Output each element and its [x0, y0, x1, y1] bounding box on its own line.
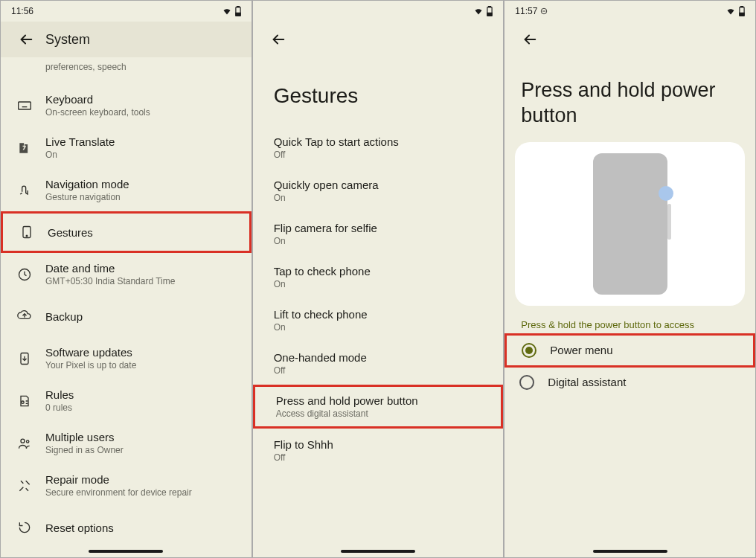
battery-icon — [487, 6, 493, 16]
item-title: Flip to Shhh — [274, 438, 483, 451]
item-title: Reset options — [45, 522, 240, 534]
item-title: Software updates — [45, 346, 240, 359]
translate-icon — [16, 139, 33, 157]
gesture-open-camera[interactable]: Quickly open cameraOn — [253, 169, 504, 212]
panel-system: 11:56 System preferences, speech Keyboar… — [0, 0, 252, 558]
item-title: Rules — [45, 388, 240, 401]
item-title: Multiple users — [45, 431, 240, 443]
dnd-icon — [540, 7, 548, 15]
back-arrow-icon — [18, 31, 34, 48]
svg-point-11 — [26, 235, 28, 237]
item-software-updates[interactable]: Software updatesYour Pixel is up to date — [1, 337, 252, 379]
gesture-flip-shhh[interactable]: Flip to ShhhOff — [253, 429, 504, 472]
gesture-press-hold-power[interactable]: Press and hold power buttonAccess digita… — [253, 385, 504, 429]
item-subtitle: Off — [274, 150, 483, 160]
back-arrow-icon — [270, 31, 286, 48]
gesture-nav-bar[interactable] — [341, 550, 415, 553]
item-keyboard[interactable]: KeyboardOn-screen keyboard, tools — [1, 84, 252, 126]
page-title: Press and hold power button — [504, 57, 755, 142]
svg-point-16 — [27, 440, 29, 442]
item-title: Repair mode — [45, 473, 240, 486]
item-title: Tap to check phone — [274, 265, 483, 278]
item-backup[interactable]: Backup — [1, 295, 252, 337]
gesture-flip-camera[interactable]: Flip camera for selfieOn — [253, 212, 504, 255]
page-title: Gestures — [253, 57, 504, 126]
svg-point-14 — [22, 401, 24, 403]
gesture-nav-bar[interactable] — [593, 550, 667, 553]
item-title: Quickly open camera — [274, 179, 483, 191]
item-subtitle: On — [274, 236, 483, 246]
item-title: Lift to check phone — [274, 308, 483, 321]
item-subtitle: On — [274, 279, 483, 289]
back-button[interactable] — [516, 26, 543, 53]
update-icon — [16, 350, 33, 368]
item-title: Flip camera for selfie — [274, 222, 483, 234]
status-icons — [725, 6, 745, 16]
svg-point-15 — [21, 439, 25, 443]
item-navigation-mode[interactable]: Navigation modeGesture navigation — [1, 169, 252, 211]
back-button[interactable] — [265, 26, 292, 53]
item-title: One-handed mode — [274, 351, 483, 364]
settings-list[interactable]: preferences, speech KeyboardOn-screen ke… — [1, 57, 252, 557]
users-icon — [16, 434, 33, 452]
status-time: 11:56 — [11, 6, 33, 16]
gesture-one-handed[interactable]: One-handed modeOff — [253, 341, 504, 385]
item-subtitle: Off — [274, 365, 483, 376]
item-title: Backup — [45, 310, 240, 323]
svg-rect-24 — [740, 6, 743, 7]
svg-rect-1 — [237, 6, 239, 7]
gesture-nav-bar[interactable] — [89, 550, 163, 553]
wifi-icon — [473, 7, 484, 16]
item-repair-mode[interactable]: Repair modeSecure environment for device… — [1, 464, 252, 507]
gesture-quick-tap[interactable]: Quick Tap to start actionsOff — [253, 126, 504, 169]
gestures-list[interactable]: Quick Tap to start actionsOff Quickly op… — [253, 126, 504, 557]
option-label: Digital assistant — [548, 376, 626, 388]
truncated-item[interactable]: preferences, speech — [1, 57, 252, 84]
item-title: Gestures — [48, 226, 237, 239]
item-subtitle: Gesture navigation — [45, 192, 240, 202]
battery-icon — [235, 6, 241, 16]
item-title: Date and time — [45, 262, 240, 275]
svg-rect-4 — [19, 102, 31, 109]
item-reset-options[interactable]: Reset options — [1, 507, 252, 548]
item-subtitle: GMT+05:30 India Standard Time — [45, 276, 240, 286]
svg-rect-18 — [489, 6, 491, 7]
item-title: Press and hold power button — [276, 394, 481, 407]
battery-icon — [739, 6, 745, 16]
item-subtitle: 0 rules — [45, 403, 240, 413]
reset-icon — [16, 519, 33, 536]
item-rules[interactable]: Rules0 rules — [1, 379, 252, 422]
repair-icon — [16, 477, 33, 495]
item-gestures[interactable]: Gestures — [1, 211, 252, 253]
gesture-tap-check[interactable]: Tap to check phoneOn — [253, 255, 504, 298]
radio-unselected-icon — [519, 375, 534, 390]
gesture-lift-check[interactable]: Lift to check phoneOn — [253, 298, 504, 341]
status-bar: 11:57 — [504, 1, 755, 22]
clock-icon — [16, 266, 33, 283]
item-subtitle: On — [274, 322, 483, 333]
back-button[interactable] — [13, 26, 39, 53]
item-title: Live Translate — [45, 135, 240, 148]
panel-gestures: Gestures Quick Tap to start actionsOff Q… — [252, 0, 504, 558]
radio-selected-icon — [522, 343, 536, 358]
item-date-time[interactable]: Date and timeGMT+05:30 India Standard Ti… — [1, 253, 252, 295]
status-icons — [473, 6, 493, 16]
keyboard-icon — [16, 97, 33, 115]
power-button-icon — [667, 204, 671, 240]
item-subtitle: Off — [274, 452, 483, 463]
header — [504, 22, 755, 57]
item-subtitle: On — [274, 193, 483, 203]
item-multiple-users[interactable]: Multiple usersSigned in as Owner — [1, 422, 252, 464]
option-digital-assistant[interactable]: Digital assistant — [504, 368, 755, 397]
item-subtitle: Signed in as Owner — [45, 445, 240, 455]
panel-power-button: 11:57 Press and hold power button Press … — [504, 0, 756, 558]
option-power-menu[interactable]: Power menu — [504, 333, 755, 368]
status-time: 11:57 — [515, 6, 547, 16]
option-label: Power menu — [550, 344, 612, 356]
header: System — [1, 22, 252, 57]
page-title: System — [45, 32, 90, 48]
item-live-translate[interactable]: Live TranslateOn — [1, 126, 252, 169]
illustration — [515, 142, 745, 306]
item-subtitle: On — [45, 150, 240, 160]
status-icons — [222, 6, 241, 16]
